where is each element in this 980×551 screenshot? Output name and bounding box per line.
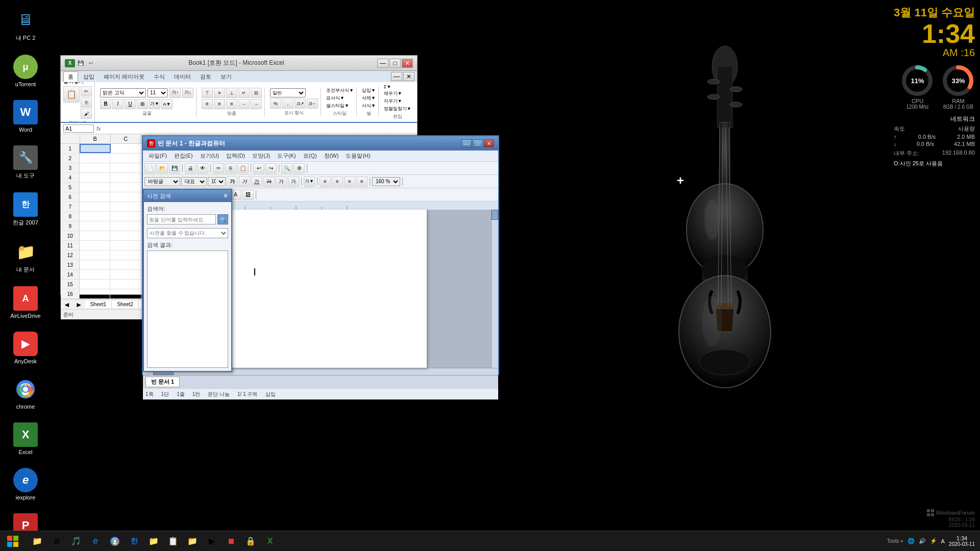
hw-macro-btn[interactable]: ⚙ [293,163,305,173]
font-grow-btn[interactable]: 가↑ [169,88,181,98]
cut-btn[interactable]: ✂ [81,86,92,96]
menu-window[interactable]: 창(W) [321,151,342,161]
hw-cut-btn[interactable]: ✂ [213,163,224,173]
cell-b8[interactable] [80,212,110,221]
hw-font-size-select[interactable]: 10 [208,177,226,186]
taskbar-folder2[interactable]: 📁 [144,532,163,550]
hw-font-color-btn[interactable]: 가▼ [304,177,315,187]
percent-btn[interactable]: % [270,98,281,109]
taskbar-clock[interactable]: 1:34 2020-03-11 [949,535,975,547]
align-mid-btn[interactable]: ≡ [214,88,225,98]
doc-tab-1[interactable]: 빈 문서 1 [145,377,180,387]
hw-save-btn[interactable]: 💾 [169,163,180,173]
dict-search-button[interactable]: 🔍 [217,214,228,224]
cell-b13[interactable] [80,260,110,269]
taskbar-ie[interactable]: e [86,532,105,550]
taskbar-thispc[interactable]: 🖥 [47,532,66,550]
hw-font-name-select[interactable]: 바탕글 [144,177,180,186]
hw-copy-btn[interactable]: ⎘ [225,163,236,173]
desktop-icon-anydesk[interactable]: ▶ AnyDesk [5,329,46,367]
hw-open-btn[interactable]: 📂 [157,163,168,173]
cell-c14[interactable] [110,270,141,279]
hw-undo-btn[interactable]: ↩ [253,163,264,173]
sheet-scroll-right[interactable]: ► [73,300,85,309]
excel-tab-formula[interactable]: 수식 [150,72,169,82]
excel-ribbon-x[interactable]: ✕ [403,72,414,81]
align-center-btn[interactable]: ≡ [214,99,225,109]
format-paint-btn[interactable]: 🖌 [81,109,92,119]
font-shrink-btn[interactable]: 가↓ [182,88,193,98]
cell-c2[interactable] [110,154,141,163]
hanword-maximize-btn[interactable]: □ [473,139,483,147]
excel-ribbon-min[interactable]: — [391,72,402,81]
sheet-tab-2[interactable]: Sheet2 [112,301,139,308]
scrollbar-thumb[interactable] [492,210,498,220]
desktop-icon-chrome[interactable]: chrome [5,374,46,412]
hw-outline-btn[interactable]: 가 [276,177,287,187]
cell-b4[interactable] [80,173,110,182]
cell-c10[interactable] [110,231,141,240]
cell-b12[interactable] [80,251,110,260]
hw-italic-btn[interactable]: 가 [239,177,250,187]
excel-tab-page[interactable]: 페이지 레이아웃 [100,72,149,82]
desktop-icon-ie[interactable]: e iexplore [5,465,46,503]
excel-undo[interactable]: ↩ [89,60,93,66]
cell-c9[interactable] [110,221,141,231]
taskbar-explorer[interactable]: 📁 [28,532,46,550]
font-size-select[interactable]: 11 [148,88,168,97]
cell-c5[interactable] [110,183,141,192]
cell-b14[interactable] [80,270,110,279]
excel-tab-review[interactable]: 검토 [196,72,215,82]
desktop-icon-airlive[interactable]: A AirLiveDrive [5,284,46,321]
desktop-icon-tools[interactable]: 🔧 내 도구 [5,143,46,182]
menu-edit[interactable]: 편집(E) [171,151,196,161]
hw-bold-btn[interactable]: 가 [227,177,238,187]
italic-btn[interactable]: I [112,99,124,109]
cell-b9[interactable] [80,221,110,231]
desktop-icon-word[interactable]: W Word [5,97,46,135]
menu-table[interactable]: 표(Q) [300,151,320,161]
fill-color-btn[interactable]: 가▼ [149,99,160,109]
taskbar-media[interactable]: 🎵 [67,532,85,550]
align-top-btn[interactable]: ⊤ [202,88,213,98]
excel-close-btn[interactable]: ✕ [402,59,413,68]
cell-c6[interactable] [110,192,141,202]
indent-decrease-btn[interactable]: ← [238,99,250,109]
taskbar-ime-icon[interactable]: A [941,538,945,544]
dec-decrease-btn[interactable]: .0← [307,98,318,109]
hw-align-justify-btn[interactable]: ≡ [356,177,368,187]
cell-b2[interactable] [80,154,110,163]
cell-c3[interactable] [110,163,141,172]
hw-align-center-btn[interactable]: ≡ [332,177,343,187]
comma-btn[interactable]: , [282,98,293,109]
start-button[interactable] [0,531,26,552]
align-bot-btn[interactable]: ⊥ [226,88,237,98]
menu-file[interactable]: 파일(F) [145,151,170,161]
excel-tab-data[interactable]: 데이터 [170,72,195,82]
align-right-btn[interactable]: ≡ [226,99,237,109]
taskbar-clipboard[interactable]: 📋 [164,532,182,550]
sheet-tab-1[interactable]: Sheet1 [85,301,112,308]
taskbar-volume-icon[interactable]: 🔊 [919,538,926,544]
hw-find-btn[interactable]: 🔍 [281,163,292,173]
taskbar-stop[interactable]: ⏹ [222,532,240,550]
cell-b11[interactable] [80,241,110,250]
font-name-select[interactable]: 맑은 고딕 [100,88,146,97]
cell-b1[interactable] [80,144,110,153]
excel-maximize-btn[interactable]: □ [389,59,401,68]
excel-tab-home[interactable]: 홈 [63,71,78,82]
cell-c13[interactable] [110,260,141,269]
cell-b3[interactable] [80,163,110,172]
bold-btn[interactable]: B [100,99,111,109]
desktop-icon-hwp[interactable]: 한 한글 2007 [5,190,46,229]
hw-paste-btn[interactable]: 📋 [237,163,249,173]
cell-c4[interactable] [110,173,141,182]
hw-font-style-select[interactable]: 대표 [181,177,207,186]
taskbar-hwp[interactable]: 한 [125,532,143,550]
cell-c7[interactable] [110,202,141,211]
hw-align-left-btn[interactable]: ≡ [320,177,331,187]
cell-b5[interactable] [80,183,110,192]
merge-btn[interactable]: ⊟ [251,88,262,98]
taskbar-chrome[interactable] [106,532,124,550]
cell-reference-input[interactable] [63,124,94,133]
